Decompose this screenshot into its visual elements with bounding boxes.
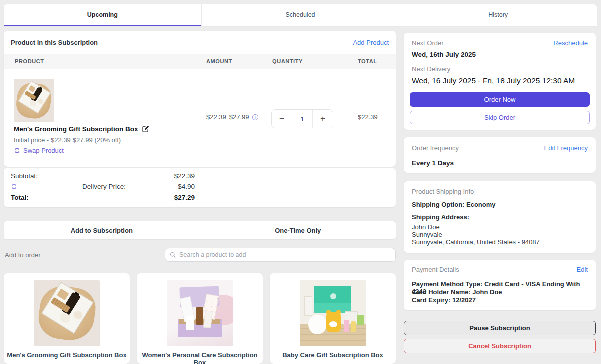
column-amount: AMOUNT [206,54,232,70]
search-icon [170,252,176,258]
skip-order-button[interactable]: Skip Order [410,111,590,124]
add-mode-tab-bar: Add to Subscription One-Time Only [4,222,396,240]
amount-cell: $22.39 $27.99 [206,114,258,121]
totals-card: Subtotal: $22.39 Delivery Price: $4.90 T… [4,168,396,208]
total-label: Total: [11,194,29,202]
catalog-card-mens-grooming[interactable]: Men's Grooming Gift Subscription Box [4,274,130,364]
catalog-product-name: Men's Grooming Gift Subscription Box [4,352,130,359]
edit-product-icon[interactable] [142,126,150,133]
catalog-card-baby-care[interactable]: Baby Care Gift Subscription Box [270,274,396,364]
order-frequency-label: Order frequency [412,144,459,152]
shipping-info-card: Product Shipping Info Shipping Option: E… [404,182,596,253]
tab-scheduled[interactable]: Scheduled [202,4,400,26]
payment-details-card: Payment Details Edit Payment Method Type… [404,260,596,310]
order-frequency-value: Every 1 Days [412,160,454,167]
edit-payment-link[interactable]: Edit [577,266,588,274]
order-now-button[interactable]: Order Now [410,92,590,107]
pause-subscription-button[interactable]: Pause Subscription [404,321,596,336]
next-delivery-label: Next Delivery [412,66,450,73]
delivery-price-label: Delivery Price: [82,183,126,190]
shipping-city: Sunnyvale [412,231,442,238]
add-product-link[interactable]: Add Product [353,39,389,46]
product-image [34,280,100,346]
cancel-subscription-button[interactable]: Cancel Subscription [404,339,596,354]
swap-icon [14,148,20,154]
card-holder: Card Holder Name: John Doe [412,288,502,296]
quantity-increase-button[interactable] [313,110,333,128]
subscription-products-card: Product in this Subscription Add Product… [4,31,396,167]
swap-product-link[interactable]: Swap Product [14,147,64,154]
refresh-totals-icon[interactable] [11,184,18,190]
table-header: PRODUCT AMOUNT QUANTITY TOTAL [4,54,396,70]
tab-upcoming[interactable]: Upcoming [4,4,202,26]
catalog-card-womens-care[interactable]: Women's Personal Care Subscription Box [137,274,263,364]
column-quantity: QUANTITY [272,54,303,70]
product-thumbnail [14,79,54,122]
shipping-name: John Doe [412,224,440,231]
quantity-input[interactable] [292,110,313,128]
tab-one-time-only[interactable]: One-Time Only [200,222,396,240]
shipping-address-label: Shipping Address: [412,214,470,221]
next-order-date: Wed, 16th July 2025 [412,51,476,58]
shipping-info-label: Product Shipping Info [412,188,474,196]
column-product: PRODUCT [15,54,44,70]
shipping-option: Shipping Option: Economy [412,201,496,208]
shipping-full-address: Sunnyvale, California, United States - 9… [412,238,540,246]
product-search [165,248,396,262]
next-delivery-range: Wed, 16 July 2025 - Fri, 18 July 2025 12… [412,76,575,86]
column-total: TOTAL [358,54,378,70]
catalog-product-name: Baby Care Gift Subscription Box [270,352,396,359]
quantity-decrease-button[interactable] [272,110,292,128]
next-order-card: Next Order Reschedule Wed, 16th July 202… [404,33,596,130]
delivery-price-value: $4.90 [150,183,195,190]
tab-add-to-subscription[interactable]: Add to Subscription [4,222,200,240]
card-expiry: Card Expiry: 12/2027 [412,296,476,304]
tab-history[interactable]: History [399,4,597,26]
subtotal-label: Subtotal: [11,172,38,180]
top-tab-bar: Upcoming Scheduled History [4,4,597,26]
edit-frequency-link[interactable]: Edit Frequency [544,144,588,152]
order-frequency-card: Order frequency Edit Frequency Every 1 D… [404,138,596,173]
quantity-stepper [272,110,334,128]
payment-details-label: Payment Details [412,266,460,274]
search-input[interactable] [180,252,391,258]
product-image [300,280,366,346]
subscription-page: Upcoming Scheduled History Product in th… [0,0,601,364]
next-order-label: Next Order [412,40,444,47]
subtotal-value: $22.39 [150,172,195,180]
price-info-icon[interactable] [252,114,258,120]
product-image [167,280,233,346]
card-title: Product in this Subscription [11,39,98,46]
reschedule-link[interactable]: Reschedule [554,40,588,47]
initial-price-line: Initial price - $22.39 $27.99 (20% off) [14,136,121,144]
product-name: Men's Grooming Gift Subscription Box [14,126,138,133]
catalog-product-name: Women's Personal Care Subscription Box [137,352,263,364]
row-total: $22.39 [358,114,378,121]
total-value: $27.29 [150,194,195,202]
add-to-order-label: Add to order [5,252,41,259]
